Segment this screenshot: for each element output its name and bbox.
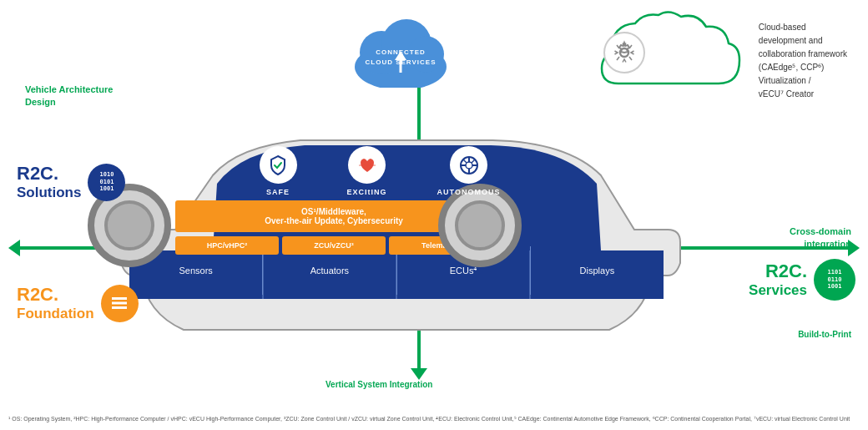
safe-label: SAFE xyxy=(266,188,290,196)
r2c-foundation-label: R2C. Foundation xyxy=(17,284,139,322)
wheel-right xyxy=(438,184,522,267)
svg-rect-2 xyxy=(112,306,127,309)
safe-icon-circle xyxy=(260,146,297,184)
cloud-services-shape xyxy=(593,8,752,100)
connected-cloud-container: CONNECTED CLOUD SERVICES xyxy=(346,13,455,91)
r2c-services-icon: 110101101001 xyxy=(814,259,855,301)
cloud-gear-icon xyxy=(603,32,645,73)
vertical-integration-label: Vertical System Integration xyxy=(326,380,432,389)
cloud-services-description: Cloud-based development and collaboratio… xyxy=(759,21,847,101)
exciting-icon-item: EXCItING xyxy=(347,146,387,196)
build-to-print-label: Build-to-Print xyxy=(798,330,851,339)
cloud-connected-text: CONNECTED CLOUD SERVICES xyxy=(346,48,455,68)
main-diagram: Vehicle ArchitectureDesign R2C. Solution… xyxy=(0,0,868,430)
svg-line-20 xyxy=(463,159,467,163)
exciting-icon-circle xyxy=(348,146,386,184)
sensor-cell-displays: Displays xyxy=(531,246,664,295)
svg-point-15 xyxy=(466,162,472,169)
cloud-services-container: Cloud-based development and collaboratio… xyxy=(593,8,847,101)
solutions-subtitle: Solutions xyxy=(17,185,81,201)
cloud-connected-line2: CLOUD SERVICES xyxy=(366,58,437,66)
zcu-box: ZCU/vZCU³ xyxy=(282,236,386,255)
autonomous-label: AUTONOMOUS xyxy=(437,188,501,196)
r2c-solutions-title: R2C. xyxy=(17,163,81,185)
r2c-foundation-icon xyxy=(101,285,139,322)
autonomous-icon-item: AUTONOMOUS xyxy=(437,146,501,196)
wheel-left-inner xyxy=(104,200,154,250)
safe-icon-item: SAFE xyxy=(260,146,297,196)
cross-domain-label: Cross-domainintegration xyxy=(790,225,851,251)
vehicle-architecture-label: Vehicle ArchitectureDesign xyxy=(25,83,113,109)
cloud-connected-line1: CONNECTED xyxy=(376,48,426,56)
footnote: ¹ OS: Operating System, ²HPC: High-Perfo… xyxy=(8,415,850,424)
wheel-right-inner xyxy=(455,200,505,250)
foundation-subtitle: Foundation xyxy=(17,306,94,322)
r2c-foundation-title: R2C. xyxy=(17,284,94,306)
services-subtitle: Services xyxy=(749,282,807,299)
autonomous-icon-circle xyxy=(450,146,487,184)
r2c-services-title: R2C. xyxy=(749,261,807,282)
r2c-solutions-label: R2C. Solutions 101001011001 xyxy=(17,163,125,201)
svg-rect-0 xyxy=(112,297,127,300)
r2c-services-label: R2C. Services 110101101001 xyxy=(749,259,855,301)
exciting-label: EXCItING xyxy=(347,188,387,196)
svg-line-21 xyxy=(472,159,475,163)
icons-row: SAFE EXCItING xyxy=(129,146,630,196)
hpc-box: HPC/vHPC² xyxy=(175,236,279,255)
r2c-solutions-icon: 101001011001 xyxy=(88,164,125,201)
svg-rect-1 xyxy=(112,302,127,305)
